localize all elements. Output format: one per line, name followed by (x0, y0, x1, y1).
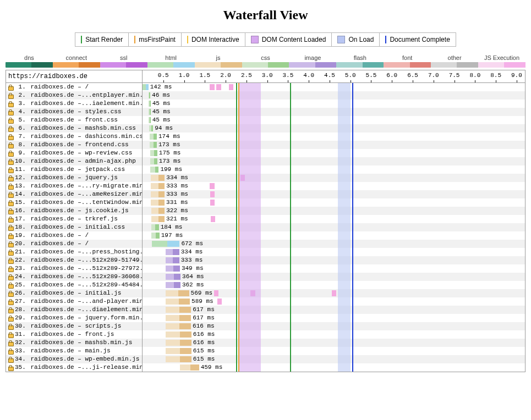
timing-label: 197 ms (161, 231, 183, 240)
legend-type-label: font (384, 54, 431, 61)
row-label: 5. raidboxes.de – front.css (6, 116, 143, 124)
timing-bar (151, 191, 165, 197)
waterfall-row[interactable]: 33. raidboxes.de – main.js615 ms (6, 347, 525, 355)
legend-type-item: image (289, 54, 336, 68)
lock-icon (7, 208, 14, 214)
waterfall-row[interactable]: 1. raidboxes.de – /142 ms (6, 83, 525, 91)
waterfall-row[interactable]: 26. raidboxes.de – initial.js569 ms (6, 289, 525, 297)
legend-type-bar (195, 62, 242, 68)
bar-area: 459 ms (143, 363, 525, 372)
timing-bar (151, 208, 165, 214)
waterfall-row[interactable]: 5. raidboxes.de – front.css45 ms (6, 116, 525, 124)
waterfall-row[interactable]: 6. raidboxes.de – mashsb.min.css94 ms (6, 124, 525, 132)
waterfall-row[interactable]: 14. raidboxes.de –...ameResizer.min.js33… (6, 190, 525, 198)
timing-label: 174 ms (158, 132, 180, 141)
timing-label: 615 ms (193, 355, 215, 363)
waterfall-row[interactable]: 20. raidboxes.de – /672 ms (6, 240, 525, 248)
timing-bar (166, 299, 190, 305)
bar-area: 173 ms (143, 157, 525, 165)
waterfall-row[interactable]: 19. raidboxes.de – /197 ms (6, 231, 525, 240)
js-execution-tick (210, 84, 214, 90)
timing-bar (150, 150, 157, 156)
legend-type-item: connect (53, 54, 100, 68)
lock-icon (7, 191, 14, 198)
waterfall-row[interactable]: 28. raidboxes.de –...diaelement.min.js61… (6, 306, 525, 314)
bar-area: 615 ms (143, 347, 525, 355)
js-execution-tick (214, 290, 218, 296)
row-label: 28. raidboxes.de –...diaelement.min.js (6, 306, 143, 314)
waterfall-row[interactable]: 35. raidboxes.de –...ji-release.min.js45… (6, 363, 525, 372)
waterfall-row[interactable]: 27. raidboxes.de –...and-player.min.js58… (6, 297, 525, 306)
legend-type-label: css (242, 54, 289, 61)
waterfall-row[interactable]: 25. raidboxes.de –...512x289-45484.png36… (6, 281, 525, 289)
waterfall-row[interactable]: 16. raidboxes.de – js.cookie.js322 ms (6, 207, 525, 215)
lock-icon (7, 266, 14, 272)
row-label: 14. raidboxes.de –...ameResizer.min.js (6, 190, 143, 198)
legend-type-bar (478, 62, 525, 68)
waterfall-row[interactable]: 11. raidboxes.de – jetpack.css199 ms (6, 165, 525, 174)
waterfall-row[interactable]: 2. raidboxes.de –...entplayer.min.css46 … (6, 91, 525, 100)
ruler-tick: 5.0 (345, 70, 356, 79)
waterfall-row[interactable]: 15. raidboxes.de –...tentWindow.min.js33… (6, 198, 525, 207)
waterfall-row[interactable]: 7. raidboxes.de – dashicons.min.css174 m… (6, 132, 525, 141)
timing-label: 173 ms (159, 157, 181, 165)
row-label: 12. raidboxes.de – jquery.js (6, 174, 143, 182)
row-label: 17. raidboxes.de – trkref.js (6, 215, 143, 223)
legend-type-bar (289, 62, 336, 68)
waterfall-row[interactable]: 12. raidboxes.de – jquery.js334 ms (6, 174, 525, 182)
ruler-tick: 1.5 (199, 70, 210, 79)
lock-icon (7, 274, 14, 280)
legend-type-bar (6, 62, 53, 68)
waterfall-row[interactable]: 4. raidboxes.de – styles.css45 ms (6, 108, 525, 116)
timing-label: 362 ms (182, 281, 204, 289)
ruler-tick: 4.5 (324, 70, 335, 79)
timing-bar (152, 241, 180, 247)
ruler-tick: 6.0 (386, 70, 397, 79)
ruler-tick: 6.5 (407, 70, 418, 79)
waterfall-row[interactable]: 13. raidboxes.de –...ry-migrate.min.js33… (6, 182, 525, 190)
timing-label: 334 ms (181, 248, 203, 256)
bar-area: 331 ms (143, 198, 525, 207)
row-label: 11. raidboxes.de – jetpack.css (6, 165, 143, 174)
waterfall-row[interactable]: 8. raidboxes.de – frontend.css173 ms (6, 141, 525, 149)
timing-label: 615 ms (193, 347, 215, 355)
bar-area: 615 ms (143, 355, 525, 363)
waterfall-row[interactable]: 18. raidboxes.de – initial.css184 ms (6, 223, 525, 231)
waterfall-row[interactable]: 34. raidboxes.de – wp-embed.min.js615 ms (6, 355, 525, 363)
waterfall-row[interactable]: 32. raidboxes.de – mashsb.min.js616 ms (6, 339, 525, 347)
bar-area: 94 ms (143, 124, 525, 132)
row-label: 29. raidboxes.de – jquery.form.min.js (6, 314, 143, 322)
waterfall-row[interactable]: 22. raidboxes.de –...512x289-51749.png33… (6, 256, 525, 264)
lock-icon (7, 216, 14, 223)
url-cell: https://raidboxes.de (6, 70, 143, 82)
row-label: 31. raidboxes.de – front.js (6, 330, 143, 339)
row-label: 19. raidboxes.de – / (6, 231, 143, 240)
timing-label: 349 ms (182, 264, 204, 273)
waterfall-row[interactable]: 17. raidboxes.de – trkref.js321 ms (6, 215, 525, 223)
timing-label: 589 ms (191, 297, 214, 306)
waterfall-row[interactable]: 24. raidboxes.de –...512x289-36068.png36… (6, 273, 525, 281)
legend-type-bar (431, 62, 478, 68)
timing-bar (166, 348, 191, 354)
legend-label: On Load (348, 36, 374, 43)
lock-icon (7, 348, 14, 355)
waterfall-row[interactable]: 3. raidboxes.de –...iaelement.min.css45 … (6, 100, 525, 108)
waterfall-row[interactable]: 10. raidboxes.de – admin-ajax.php173 ms (6, 157, 525, 165)
waterfall-row[interactable]: 9. raidboxes.de – wp-review.css175 ms (6, 149, 525, 157)
bar-area: 184 ms (143, 223, 525, 231)
legend-type-bar (53, 62, 100, 68)
lock-icon (7, 290, 14, 297)
timing-bar (166, 274, 180, 280)
waterfall-row[interactable]: 23. raidboxes.de –...512x289-27972.png34… (6, 264, 525, 273)
row-label: 32. raidboxes.de – mashsb.min.js (6, 339, 143, 347)
waterfall-row[interactable]: 21. raidboxes.de –...press_hosting.png33… (6, 248, 525, 256)
ruler-tick: 3.5 (282, 70, 293, 79)
bar-area: 173 ms (143, 141, 525, 149)
legend-type-label: image (289, 54, 336, 61)
timing-bar (149, 125, 153, 131)
timing-bar (151, 183, 165, 189)
waterfall-row[interactable]: 31. raidboxes.de – front.js616 ms (6, 330, 525, 339)
waterfall-row[interactable]: 29. raidboxes.de – jquery.form.min.js617… (6, 314, 525, 322)
waterfall-row[interactable]: 30. raidboxes.de – scripts.js616 ms (6, 322, 525, 330)
row-label: 30. raidboxes.de – scripts.js (6, 322, 143, 330)
